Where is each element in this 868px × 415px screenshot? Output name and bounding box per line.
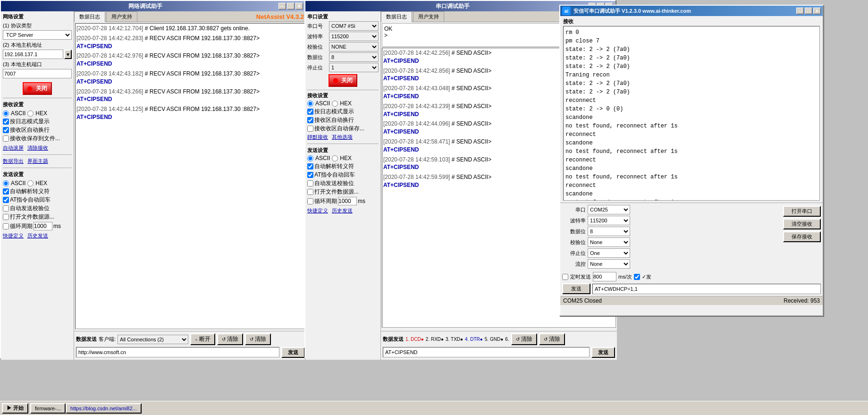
- ai-stop-bits-select[interactable]: One: [588, 248, 630, 258]
- serial-recv-ascii[interactable]: [307, 101, 313, 107]
- net-disconnect-btn[interactable]: ⬦ 断开: [190, 333, 215, 345]
- ai-parity-select[interactable]: None: [588, 237, 630, 247]
- ai-send-row: 发送: [562, 283, 821, 294]
- net-titlebar-buttons: ─ □ ×: [278, 3, 303, 9]
- net-close-conn-btn[interactable]: 关闭: [23, 82, 51, 95]
- net-left-panel: 网络设置 (1) 协议类型 TCP Server (2) 本地主机地址 192.…: [1, 11, 74, 360]
- network-settings-label: 网络设置: [3, 13, 72, 20]
- at-auto-cr-check[interactable]: [3, 197, 9, 203]
- ai-save-recv-btn[interactable]: 保存接收: [783, 231, 821, 242]
- net-tab-support[interactable]: 用户支持: [106, 11, 137, 22]
- send-settings-label: 发送设置: [3, 171, 72, 178]
- clear-recv-link[interactable]: 清除接收: [27, 144, 48, 152]
- taskbar-item-firmware[interactable]: firmware-...: [30, 403, 66, 414]
- taskbar-start-btn[interactable]: ▶ 开始: [2, 403, 28, 414]
- serial-auto-wrap-check[interactable]: [307, 117, 313, 123]
- net-clear2-btn[interactable]: ↺ 清除: [245, 333, 271, 345]
- auto-save-check[interactable]: [3, 136, 9, 142]
- ai-timed-send-check[interactable]: [562, 274, 568, 280]
- serial-auto-checksum-row: 自动发送校验位: [307, 179, 379, 187]
- log-mode-check[interactable]: [3, 119, 9, 125]
- serial-quick-def-link[interactable]: 快捷定义: [307, 207, 328, 214]
- ai-port-select[interactable]: COM25: [588, 205, 630, 214]
- send-ascii-radio[interactable]: [3, 180, 9, 186]
- serial-send-hex[interactable]: [332, 155, 338, 161]
- taskbar: ▶ 开始 firmware-... https://blog.csdn.net/…: [0, 401, 868, 415]
- protocol-type-select[interactable]: TCP Server: [3, 30, 72, 40]
- ai-clear-recv-btn[interactable]: 清空接收: [783, 219, 821, 229]
- host-dropdown-btn[interactable]: ▼: [64, 50, 72, 59]
- serial-send-format: ASCII HEX: [307, 155, 379, 161]
- serial-clear2-btn[interactable]: ↺ 清除: [539, 333, 565, 345]
- net-clear-btn[interactable]: ↺ 清除: [217, 333, 243, 345]
- quick-def-link[interactable]: 快捷定义: [3, 232, 24, 239]
- auto-escape-check[interactable]: [3, 188, 9, 195]
- ai-check-send-check[interactable]: [634, 274, 640, 280]
- ai-maximize-btn[interactable]: □: [805, 8, 812, 14]
- auto-wrap-check[interactable]: [3, 127, 9, 133]
- ai-open-port-btn[interactable]: 打开串口: [783, 206, 821, 217]
- ai-send-input[interactable]: [592, 284, 821, 294]
- loop-check[interactable]: [3, 223, 9, 229]
- net-send-input[interactable]: [76, 347, 279, 357]
- recv-ascii-radio[interactable]: [3, 110, 9, 117]
- history-send-link[interactable]: 历史发送: [27, 232, 48, 239]
- data-export-link[interactable]: 数据导出: [3, 158, 24, 165]
- ai-close-btn[interactable]: ×: [813, 8, 821, 14]
- send-hex-radio[interactable]: [27, 180, 34, 186]
- net-maximize-btn[interactable]: □: [287, 3, 295, 9]
- serial-send-ascii[interactable]: [307, 155, 313, 161]
- ai-recv-area[interactable]: rm 0 pm close 7 state: 2 -> 2 (7a0) stat…: [563, 26, 820, 201]
- auto-screen-link[interactable]: 自动滚屏: [3, 144, 24, 152]
- local-port-input[interactable]: [3, 69, 72, 78]
- stop-bits-select[interactable]: 1: [329, 63, 379, 72]
- ai-send-btn[interactable]: 发送: [562, 283, 590, 294]
- net-connections-select[interactable]: All Connections (2): [118, 335, 188, 344]
- serial-open-file-check[interactable]: [307, 189, 313, 195]
- net-minimize-btn[interactable]: ─: [278, 3, 286, 9]
- ai-title: 安信可串口调试助手 V1.2.3.0 www.ai-thinker.com: [573, 8, 691, 15]
- ai-timed-ms-input[interactable]: [593, 272, 616, 281]
- loop-period-input[interactable]: [34, 222, 52, 230]
- serial-auto-checksum-check[interactable]: [307, 180, 313, 186]
- ai-parity-row: 校验位 None: [562, 237, 779, 247]
- serial-send-btn[interactable]: 发送: [591, 347, 615, 358]
- serial-history-link[interactable]: 历史发送: [332, 207, 353, 214]
- ai-minimize-btn[interactable]: ─: [796, 8, 804, 14]
- serial-send-input[interactable]: [383, 347, 590, 357]
- serial-auto-escape-check[interactable]: [307, 163, 313, 169]
- skin-theme-link[interactable]: 界面主题: [27, 158, 48, 165]
- ai-flow-select[interactable]: None: [588, 259, 630, 269]
- ai-data-bits-select[interactable]: 8: [588, 227, 630, 236]
- auto-checksum-check[interactable]: [3, 205, 9, 212]
- ai-recv-label: 接收: [560, 16, 823, 26]
- recv-hex-radio[interactable]: [27, 110, 34, 117]
- baud-select[interactable]: 115200: [329, 32, 379, 41]
- data-bits-select[interactable]: 8: [329, 52, 379, 62]
- ai-baud-select[interactable]: 115200: [588, 216, 630, 225]
- net-log-area[interactable]: [2020-07-28 14:42:12.704] # Client 192.1…: [75, 23, 306, 329]
- parity-select[interactable]: NONE: [329, 42, 379, 51]
- net-close-btn[interactable]: ×: [295, 3, 303, 9]
- local-host-input[interactable]: 192.168.137.1: [3, 50, 63, 59]
- serial-tab-support[interactable]: 用户支持: [413, 11, 444, 22]
- serial-recv-hex[interactable]: [332, 101, 338, 107]
- net-tab-log[interactable]: 数据日志: [74, 11, 105, 22]
- serial-at-auto-cr-check[interactable]: [307, 172, 313, 178]
- port-select[interactable]: COM7 #Si: [329, 21, 379, 31]
- net-main-area: 数据日志 用户支持 NetAssist V4.3.2 [2020-07-28 1…: [74, 11, 307, 360]
- serial-left-panel: 串口设置 串口号 COM7 #Si 波特率 115200 校验位 NONE 数据…: [305, 11, 381, 360]
- serial-loop-input[interactable]: [338, 197, 357, 205]
- serial-open-file-row: 打开文件数据源...: [307, 188, 379, 196]
- net-send-btn[interactable]: 发送: [281, 347, 305, 358]
- taskbar-item-csdn[interactable]: https://blog.csdn.net/ami82...: [66, 403, 142, 414]
- serial-auto-save-check[interactable]: [307, 126, 313, 132]
- serial-clear-btn[interactable]: ↺ 清除: [511, 333, 537, 345]
- serial-close-conn-btn[interactable]: 关闭: [329, 74, 357, 87]
- serial-tab-log[interactable]: 数据日志: [381, 11, 412, 22]
- serial-log-mode-check[interactable]: [307, 109, 313, 115]
- serial-loop-check[interactable]: [307, 198, 313, 204]
- serial-mute-recv-link[interactable]: 靜默接收: [307, 134, 328, 141]
- open-file-check[interactable]: [3, 214, 9, 220]
- serial-other-opts-link[interactable]: 其他选项: [332, 134, 353, 141]
